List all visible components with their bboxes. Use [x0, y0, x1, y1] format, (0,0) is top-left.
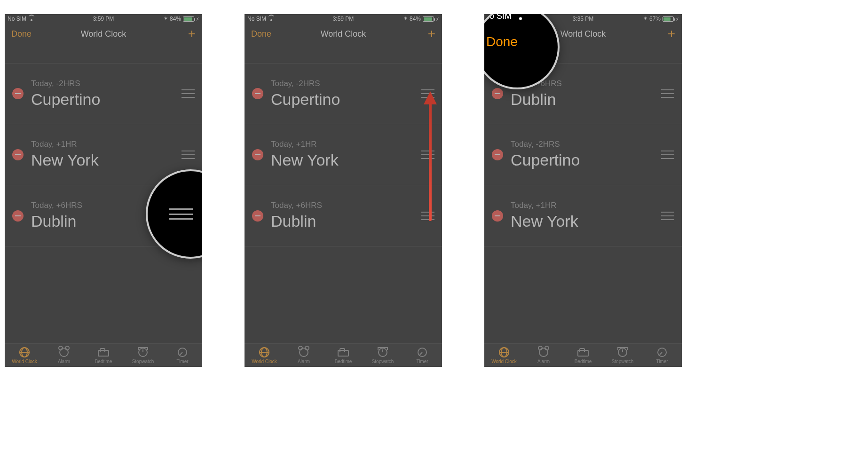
delete-icon[interactable]: [252, 210, 263, 222]
city-name: Dublin: [511, 90, 661, 109]
stopwatch-icon: [618, 348, 627, 357]
reorder-handle-icon[interactable]: [661, 151, 674, 159]
bed-icon: [98, 350, 109, 357]
relative-time: Today, +1HR: [31, 140, 181, 149]
reorder-handle-icon: [169, 208, 193, 220]
relative-time: Today, +6HRS: [271, 201, 421, 210]
tab-timer[interactable]: Timer: [163, 344, 202, 367]
tab-timer[interactable]: Timer: [642, 344, 682, 367]
charging-icon: ⚡︎: [676, 16, 679, 22]
delete-icon[interactable]: [492, 149, 503, 160]
city-name: New York: [31, 151, 181, 169]
battery-pct: 67%: [649, 16, 661, 22]
alarm-icon: [299, 348, 308, 357]
status-bar: No SIM 3:59 PM 84%⚡︎: [245, 14, 442, 24]
tab-bar: World Clock Alarm Bedtime Stopwatch Time…: [484, 343, 682, 367]
phone-screen-1: No SIM 3:59 PM 84%⚡︎ Done World Clock + …: [5, 14, 202, 367]
callout-done-button[interactable]: Done: [484, 26, 558, 58]
callout-carrier: No SIM: [484, 14, 512, 21]
page-title: World Clock: [5, 29, 202, 39]
bed-icon: [338, 350, 349, 357]
globe-icon: [259, 347, 269, 357]
tab-stopwatch[interactable]: Stopwatch: [603, 344, 642, 367]
delete-icon[interactable]: [492, 88, 503, 99]
add-button[interactable]: +: [188, 27, 196, 40]
city-name: New York: [271, 151, 421, 169]
nav-bar: Done World Clock +: [245, 24, 442, 44]
reorder-handle-icon[interactable]: [661, 212, 674, 220]
tab-world-clock[interactable]: World Clock: [484, 344, 524, 367]
bluetooth-icon: [644, 16, 647, 22]
tab-alarm[interactable]: Alarm: [284, 344, 324, 367]
relative-time: Today, -2HRS: [511, 140, 661, 149]
status-bar: No SIM 3:59 PM 84%⚡︎: [5, 14, 202, 24]
battery-pct: 84%: [410, 16, 421, 22]
tab-world-clock[interactable]: World Clock: [245, 344, 284, 367]
tab-stopwatch[interactable]: Stopwatch: [363, 344, 402, 367]
relative-time: Today, +1HR: [511, 201, 661, 210]
tab-stopwatch[interactable]: Stopwatch: [123, 344, 163, 367]
delete-icon[interactable]: [252, 88, 263, 99]
relative-time: Today, -2HRS: [271, 79, 421, 88]
charging-icon: ⚡︎: [436, 16, 439, 22]
battery-icon: [663, 16, 674, 22]
delete-icon[interactable]: [12, 88, 24, 99]
tab-timer[interactable]: Timer: [402, 344, 442, 367]
stopwatch-icon: [138, 348, 148, 357]
reorder-handle-icon[interactable]: [421, 212, 434, 220]
city-name: Cupertino: [271, 90, 421, 109]
reorder-handle-icon[interactable]: [181, 151, 195, 159]
tab-bedtime[interactable]: Bedtime: [324, 344, 363, 367]
drag-arrow-icon: [429, 103, 432, 221]
charging-icon: ⚡︎: [196, 16, 199, 22]
delete-icon[interactable]: [492, 210, 503, 222]
phone-screen-3: 3:35 PM 67%⚡︎ World Clock + Today, +6HRS…: [484, 14, 682, 367]
relative-time: Today, -2HRS: [31, 79, 181, 88]
bluetooth-icon: [165, 16, 168, 22]
delete-icon[interactable]: [12, 149, 24, 160]
tab-alarm[interactable]: Alarm: [44, 344, 84, 367]
relative-time: Today, +1HR: [271, 140, 421, 149]
city-name: Dublin: [271, 212, 421, 230]
stopwatch-icon: [378, 348, 387, 357]
reorder-handle-icon[interactable]: [421, 151, 434, 159]
battery-icon: [183, 16, 194, 22]
tab-alarm[interactable]: Alarm: [524, 344, 563, 367]
clock-row: Today, +1HRNew York: [484, 185, 682, 246]
timer-icon: [657, 348, 667, 357]
timer-icon: [418, 348, 427, 357]
city-name: New York: [511, 212, 661, 230]
tab-bar: World Clock Alarm Bedtime Stopwatch Time…: [5, 343, 202, 367]
battery-icon: [423, 16, 434, 22]
add-button[interactable]: +: [668, 27, 675, 40]
bluetooth-icon: [404, 16, 408, 22]
globe-icon: [19, 347, 30, 357]
page-title: World Clock: [245, 29, 442, 39]
add-button[interactable]: +: [428, 27, 435, 40]
tab-bedtime[interactable]: Bedtime: [84, 344, 123, 367]
delete-icon[interactable]: [252, 149, 263, 160]
tab-bedtime[interactable]: Bedtime: [563, 344, 603, 367]
clock-list: Today, -2HRSCupertino Today, +1HRNew Yor…: [245, 44, 442, 246]
clock-row: Today, +6HRSDublin: [245, 185, 442, 246]
reorder-handle-icon[interactable]: [181, 89, 195, 98]
globe-icon: [499, 347, 509, 357]
clock-row: Today, -2HRSCupertino: [245, 63, 442, 124]
alarm-icon: [539, 348, 548, 357]
delete-icon[interactable]: [12, 210, 24, 222]
alarm-icon: [59, 348, 69, 357]
done-button[interactable]: Done: [251, 29, 271, 39]
phone-screen-2: No SIM 3:59 PM 84%⚡︎ Done World Clock + …: [245, 14, 442, 367]
battery-pct: 84%: [170, 16, 181, 22]
done-button[interactable]: Done: [11, 29, 32, 39]
tab-bar: World Clock Alarm Bedtime Stopwatch Time…: [245, 343, 442, 367]
city-name: Cupertino: [31, 90, 181, 109]
city-name: Cupertino: [511, 151, 661, 169]
tab-world-clock[interactable]: World Clock: [5, 344, 44, 367]
clock-row: Today, -2HRSCupertino: [5, 63, 202, 124]
nav-bar: Done World Clock +: [5, 24, 202, 44]
clock-row: Today, -2HRSCupertino: [484, 124, 682, 185]
clock-row: Today, +1HRNew York: [245, 124, 442, 185]
reorder-handle-icon[interactable]: [661, 89, 674, 98]
bed-icon: [577, 350, 589, 357]
